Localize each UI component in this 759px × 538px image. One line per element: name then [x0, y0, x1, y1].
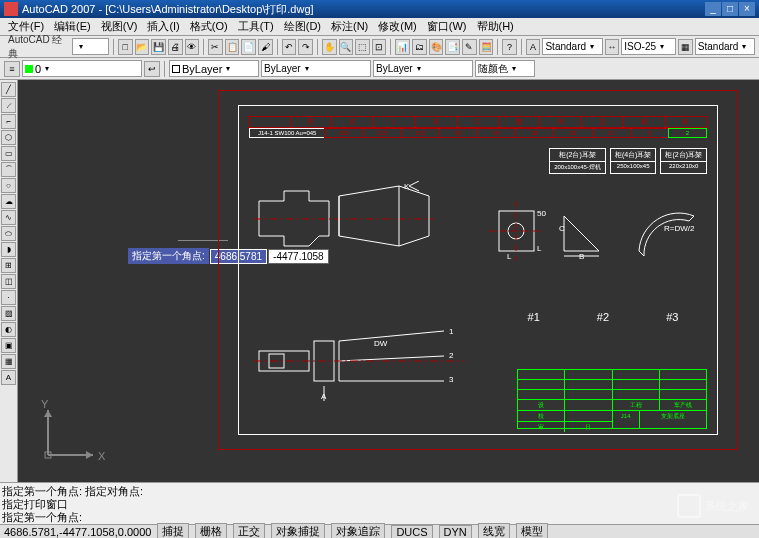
model-toggle[interactable]: 模型 [516, 523, 548, 538]
spec-hdr: 柜(2台)耳架 [550, 149, 605, 162]
text-style-select[interactable]: Standard [542, 38, 602, 55]
tb-des: 设 [518, 400, 565, 410]
table-style-select[interactable]: Standard [695, 38, 755, 55]
redo-icon[interactable]: ↷ [298, 39, 313, 55]
bom-cell: 备 [664, 116, 707, 128]
sheet-icon[interactable]: 📑 [445, 39, 460, 55]
osnap-toggle[interactable]: 对象捕捉 [271, 523, 325, 538]
layer-prev-icon[interactable]: ↩ [144, 61, 160, 77]
text-style-icon[interactable]: A [526, 39, 541, 55]
insert-icon[interactable]: ⊞ [1, 258, 16, 273]
zoom-win-icon[interactable]: ⬚ [355, 39, 370, 55]
toolbar-1: AutoCAD 经典 □ 📂 💾 🖨 👁 ✂ 📋 📄 🖌 ↶ ↷ ✋ 🔍 ⬚ ⊡… [0, 36, 759, 58]
separator [390, 39, 391, 55]
dcenter-icon[interactable]: 🗂 [412, 39, 427, 55]
layer-select[interactable]: 0 [22, 60, 142, 77]
mtext-icon[interactable]: A [1, 370, 16, 385]
print-icon[interactable]: 🖨 [168, 39, 183, 55]
revcloud-icon[interactable]: ☁ [1, 194, 16, 209]
workspace-select[interactable] [72, 38, 109, 55]
hatch-icon[interactable]: ▨ [1, 306, 16, 321]
drawing-canvas[interactable]: 指定第一个角点: 4686.5781 -4477.1058 序 名 L B C … [18, 80, 759, 482]
preview-icon[interactable]: 👁 [185, 39, 200, 55]
tb-cell [518, 390, 565, 399]
gradient-icon[interactable]: ◐ [1, 322, 16, 337]
bom-cell: 序 [290, 116, 333, 128]
lwt-toggle[interactable]: 线宽 [478, 523, 510, 538]
spec-hdr: 柜(2台)耳架 [661, 149, 706, 162]
color-select[interactable]: ByLayer [169, 60, 259, 77]
spec-body: 200x100x45-焊机 [550, 162, 605, 173]
snap-toggle[interactable]: 捕捉 [157, 523, 189, 538]
polygon-icon[interactable]: ⬡ [1, 130, 16, 145]
bom-val: 2 [668, 128, 707, 138]
menu-view[interactable]: 视图(V) [97, 19, 142, 34]
arc-icon[interactable]: ⌒ [1, 162, 16, 177]
tool-pal-icon[interactable]: 🎨 [429, 39, 444, 55]
dyn-toggle[interactable]: DYN [439, 525, 472, 539]
menu-dimension[interactable]: 标注(N) [327, 19, 372, 34]
paste-icon[interactable]: 📄 [241, 39, 256, 55]
zoom-icon[interactable]: 🔍 [339, 39, 354, 55]
copy-icon[interactable]: 📋 [225, 39, 240, 55]
view-2: 50 L L [489, 201, 549, 261]
circle-icon[interactable]: ○ [1, 178, 16, 193]
xline-icon[interactable]: ⟋ [1, 98, 16, 113]
region-icon[interactable]: ▣ [1, 338, 16, 353]
lineweight-select[interactable]: ByLayer [373, 60, 473, 77]
zoom-ext-icon[interactable]: ⊡ [372, 39, 387, 55]
ducs-toggle[interactable]: DUCS [391, 525, 432, 539]
plotstyle-select[interactable]: 随颜色 [475, 60, 535, 77]
bom-cell: 名 [331, 116, 374, 128]
block-icon[interactable]: ◫ [1, 274, 16, 289]
rect-icon[interactable]: ▭ [1, 146, 16, 161]
menu-window[interactable]: 窗口(W) [423, 19, 471, 34]
calc-icon[interactable]: 🧮 [479, 39, 494, 55]
menu-format[interactable]: 格式(O) [186, 19, 232, 34]
menu-insert[interactable]: 插入(I) [143, 19, 183, 34]
bom-cell: C [456, 116, 499, 128]
props-icon[interactable]: 📊 [395, 39, 410, 55]
menu-draw[interactable]: 绘图(D) [280, 19, 325, 34]
spline-icon[interactable]: ∿ [1, 210, 16, 225]
table-style-icon[interactable]: ▦ [678, 39, 693, 55]
spec-table-2: 柜(4台)耳架 250x100x45 [610, 148, 657, 174]
dim-style-select[interactable]: ISO-25 [621, 38, 676, 55]
match-icon[interactable]: 🖌 [258, 39, 273, 55]
menu-help[interactable]: 帮助(H) [473, 19, 518, 34]
new-icon[interactable]: □ [118, 39, 133, 55]
ortho-toggle[interactable]: 正交 [233, 523, 265, 538]
menu-modify[interactable]: 修改(M) [374, 19, 421, 34]
bom-cell: L [373, 116, 416, 128]
pan-icon[interactable]: ✋ [322, 39, 337, 55]
dim-style-icon[interactable]: ↔ [605, 39, 620, 55]
menu-tools[interactable]: 工具(T) [234, 19, 278, 34]
table-icon[interactable]: ▦ [1, 354, 16, 369]
layer-mgr-icon[interactable]: ≡ [4, 61, 20, 77]
ellipse-arc-icon[interactable]: ◗ [1, 242, 16, 257]
ellipse-icon[interactable]: ⬭ [1, 226, 16, 241]
svg-text:X: X [98, 450, 106, 462]
close-button[interactable]: × [739, 2, 755, 16]
cut-icon[interactable]: ✂ [208, 39, 223, 55]
point-icon[interactable]: · [1, 290, 16, 305]
line-icon[interactable]: ╱ [1, 82, 16, 97]
minimize-button[interactable]: _ [705, 2, 721, 16]
svg-text:1: 1 [449, 327, 454, 336]
help-icon[interactable]: ? [502, 39, 517, 55]
prompt-label: 指定第一个角点: [128, 248, 209, 264]
open-icon[interactable]: 📂 [135, 39, 150, 55]
undo-icon[interactable]: ↶ [282, 39, 297, 55]
otrack-toggle[interactable]: 对象追踪 [331, 523, 385, 538]
command-line[interactable]: 指定第一个角点: 指定对角点: 指定打印窗口 指定第一个角点: [0, 482, 759, 524]
spec-body: 220x210x0 [661, 162, 706, 170]
tb-cell [518, 380, 565, 389]
tb-cell [613, 380, 660, 389]
markup-icon[interactable]: ✎ [462, 39, 477, 55]
view-label: #1 [528, 311, 540, 323]
grid-toggle[interactable]: 栅格 [195, 523, 227, 538]
linetype-select[interactable]: ByLayer [261, 60, 371, 77]
pline-icon[interactable]: ⌐ [1, 114, 16, 129]
maximize-button[interactable]: □ [722, 2, 738, 16]
save-icon[interactable]: 💾 [151, 39, 166, 55]
